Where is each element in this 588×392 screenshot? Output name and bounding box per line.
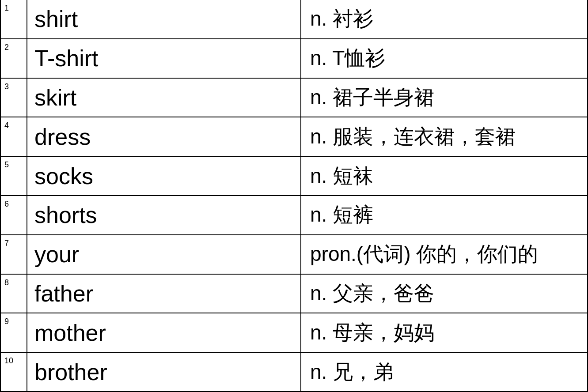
definition-cell: n. T恤衫 [301, 39, 588, 78]
vocabulary-table: 1shirtn. 衬衫2T-shirtn. T恤衫3skirtn. 裙子半身裙4… [0, 0, 588, 392]
table-row: 9mothern. 母亲，妈妈 [0, 313, 588, 352]
number-text: 6 [4, 200, 9, 208]
definition-cell: n. 衬衫 [301, 0, 588, 39]
table-row: 6shortsn. 短裤 [0, 196, 588, 235]
row-number: 6 [0, 196, 27, 235]
row-number: 4 [0, 117, 27, 156]
table-row: 5socksn. 短袜 [0, 156, 588, 196]
word-cell: socks [27, 156, 301, 196]
row-number: 10 [0, 352, 27, 392]
table-row: 8fathern. 父亲，爸爸 [0, 274, 588, 313]
number-text: 8 [4, 278, 9, 287]
row-number: 7 [0, 235, 27, 274]
number-text: 1 [4, 4, 9, 12]
definition-cell: n. 父亲，爸爸 [301, 274, 588, 313]
definition-cell: pron.(代词) 你的，你们的 [301, 235, 588, 274]
row-number: 8 [0, 274, 27, 313]
word-cell: father [27, 274, 301, 313]
word-cell: your [27, 235, 301, 274]
row-number: 5 [0, 156, 27, 196]
word-cell: skirt [27, 78, 301, 117]
definition-cell: n. 母亲，妈妈 [301, 313, 588, 352]
number-text: 5 [4, 160, 9, 169]
word-cell: mother [27, 313, 301, 352]
definition-cell: n. 裙子半身裙 [301, 78, 588, 117]
row-number: 2 [0, 39, 27, 78]
row-number: 1 [0, 0, 27, 39]
number-text: 9 [4, 317, 9, 326]
number-text: 7 [4, 239, 9, 248]
row-number: 3 [0, 78, 27, 117]
definition-cell: n. 短裤 [301, 196, 588, 235]
table-row: 1shirtn. 衬衫 [0, 0, 588, 39]
number-text: 3 [4, 82, 9, 91]
word-cell: brother [27, 352, 301, 392]
number-text: 10 [4, 356, 13, 365]
number-text: 2 [4, 43, 9, 52]
definition-cell: n. 兄，弟 [301, 352, 588, 392]
word-cell: T-shirt [27, 39, 301, 78]
table-row: 7yourpron.(代词) 你的，你们的 [0, 235, 588, 274]
table-row: 3skirtn. 裙子半身裙 [0, 78, 588, 117]
definition-cell: n. 服装，连衣裙，套裙 [301, 117, 588, 156]
definition-cell: n. 短袜 [301, 156, 588, 196]
number-text: 4 [4, 121, 9, 130]
table-row: 10brothern. 兄，弟 [0, 352, 588, 392]
table-row: 4dressn. 服装，连衣裙，套裙 [0, 117, 588, 156]
word-cell: shorts [27, 196, 301, 235]
row-number: 9 [0, 313, 27, 352]
table-row: 2T-shirtn. T恤衫 [0, 39, 588, 78]
word-cell: dress [27, 117, 301, 156]
word-cell: shirt [27, 0, 301, 39]
